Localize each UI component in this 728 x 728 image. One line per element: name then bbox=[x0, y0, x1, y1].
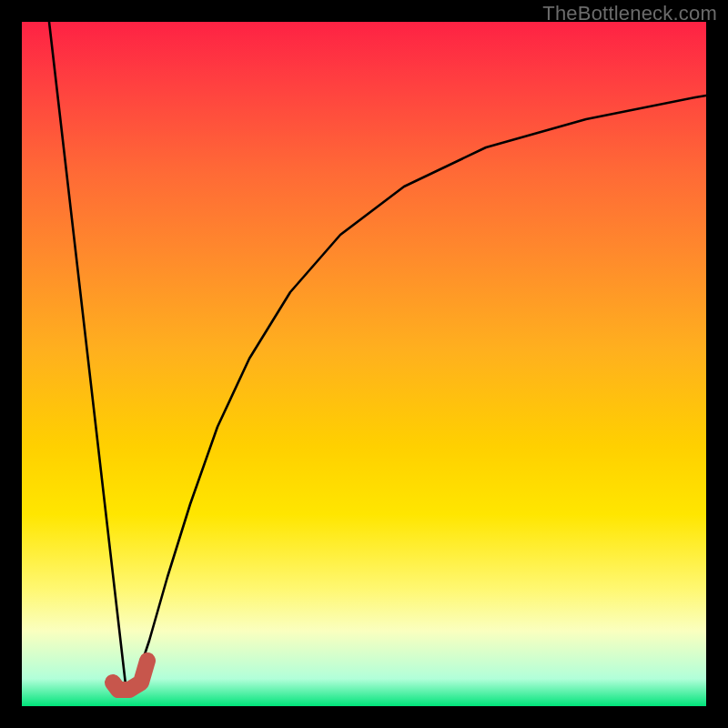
watermark-label: TheBottleneck.com bbox=[542, 2, 717, 25]
chart-lines bbox=[22, 22, 706, 706]
right-curve-line bbox=[134, 96, 706, 687]
left-descent-line bbox=[49, 22, 126, 684]
accent-j-shape bbox=[113, 661, 147, 690]
